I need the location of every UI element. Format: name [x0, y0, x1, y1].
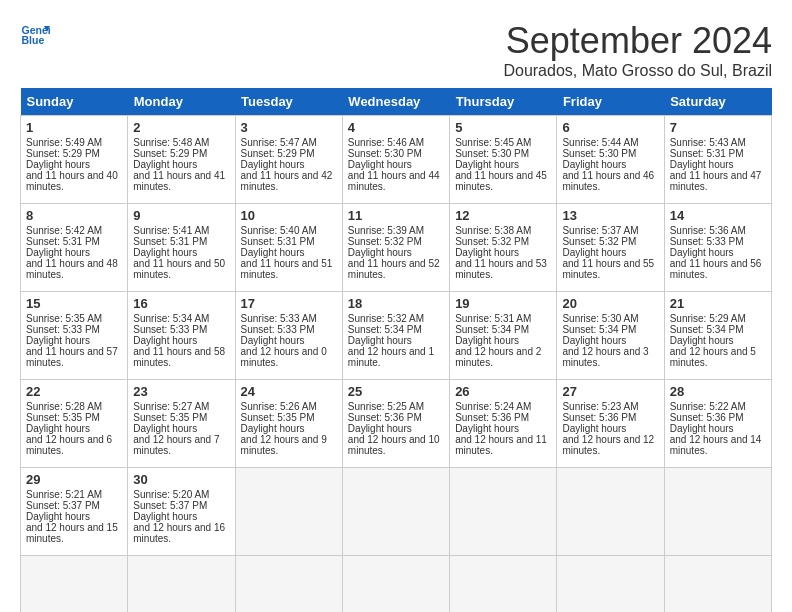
sunset-text: Sunset: 5:32 PM	[348, 236, 422, 247]
daylight-duration: and 11 hours and 55 minutes.	[562, 258, 654, 280]
calendar-cell: 20Sunrise: 5:30 AMSunset: 5:34 PMDayligh…	[557, 292, 664, 380]
day-number: 6	[562, 120, 658, 135]
calendar-week-row: 8Sunrise: 5:42 AMSunset: 5:31 PMDaylight…	[21, 204, 772, 292]
daylight-label: Daylight hours	[26, 335, 90, 346]
calendar-cell: 26Sunrise: 5:24 AMSunset: 5:36 PMDayligh…	[450, 380, 557, 468]
day-number: 11	[348, 208, 444, 223]
sunrise-text: Sunrise: 5:32 AM	[348, 313, 424, 324]
sunrise-text: Sunrise: 5:27 AM	[133, 401, 209, 412]
daylight-label: Daylight hours	[455, 247, 519, 258]
sunset-text: Sunset: 5:37 PM	[26, 500, 100, 511]
calendar-cell	[128, 556, 235, 613]
day-number: 5	[455, 120, 551, 135]
calendar-cell	[235, 468, 342, 556]
header-cell-friday: Friday	[557, 88, 664, 116]
daylight-duration: and 11 hours and 41 minutes.	[133, 170, 225, 192]
sunset-text: Sunset: 5:30 PM	[455, 148, 529, 159]
sunset-text: Sunset: 5:30 PM	[348, 148, 422, 159]
sunset-text: Sunset: 5:33 PM	[26, 324, 100, 335]
calendar-cell: 22Sunrise: 5:28 AMSunset: 5:35 PMDayligh…	[21, 380, 128, 468]
daylight-duration: and 11 hours and 56 minutes.	[670, 258, 762, 280]
daylight-duration: and 12 hours and 1 minute.	[348, 346, 434, 368]
sunset-text: Sunset: 5:31 PM	[670, 148, 744, 159]
sunset-text: Sunset: 5:29 PM	[241, 148, 315, 159]
sunrise-text: Sunrise: 5:42 AM	[26, 225, 102, 236]
daylight-label: Daylight hours	[133, 159, 197, 170]
sunrise-text: Sunrise: 5:25 AM	[348, 401, 424, 412]
calendar-cell	[557, 468, 664, 556]
calendar-cell	[21, 556, 128, 613]
header-cell-monday: Monday	[128, 88, 235, 116]
calendar-cell: 11Sunrise: 5:39 AMSunset: 5:32 PMDayligh…	[342, 204, 449, 292]
sunset-text: Sunset: 5:33 PM	[241, 324, 315, 335]
calendar-cell: 15Sunrise: 5:35 AMSunset: 5:33 PMDayligh…	[21, 292, 128, 380]
daylight-label: Daylight hours	[241, 335, 305, 346]
daylight-duration: and 11 hours and 40 minutes.	[26, 170, 118, 192]
header-cell-sunday: Sunday	[21, 88, 128, 116]
calendar-cell: 4Sunrise: 5:46 AMSunset: 5:30 PMDaylight…	[342, 116, 449, 204]
sunset-text: Sunset: 5:31 PM	[133, 236, 207, 247]
calendar-cell: 2Sunrise: 5:48 AMSunset: 5:29 PMDaylight…	[128, 116, 235, 204]
daylight-duration: and 12 hours and 15 minutes.	[26, 522, 118, 544]
daylight-duration: and 11 hours and 51 minutes.	[241, 258, 333, 280]
daylight-duration: and 12 hours and 11 minutes.	[455, 434, 547, 456]
calendar-cell: 21Sunrise: 5:29 AMSunset: 5:34 PMDayligh…	[664, 292, 771, 380]
daylight-duration: and 12 hours and 9 minutes.	[241, 434, 327, 456]
sunrise-text: Sunrise: 5:39 AM	[348, 225, 424, 236]
sunrise-text: Sunrise: 5:28 AM	[26, 401, 102, 412]
sunset-text: Sunset: 5:29 PM	[26, 148, 100, 159]
day-number: 19	[455, 296, 551, 311]
day-number: 4	[348, 120, 444, 135]
daylight-label: Daylight hours	[133, 511, 197, 522]
sunrise-text: Sunrise: 5:38 AM	[455, 225, 531, 236]
daylight-duration: and 11 hours and 57 minutes.	[26, 346, 118, 368]
sunset-text: Sunset: 5:36 PM	[562, 412, 636, 423]
sunset-text: Sunset: 5:34 PM	[562, 324, 636, 335]
daylight-label: Daylight hours	[455, 159, 519, 170]
calendar-cell	[235, 556, 342, 613]
daylight-label: Daylight hours	[133, 423, 197, 434]
calendar-cell: 18Sunrise: 5:32 AMSunset: 5:34 PMDayligh…	[342, 292, 449, 380]
day-number: 14	[670, 208, 766, 223]
day-number: 18	[348, 296, 444, 311]
sunrise-text: Sunrise: 5:24 AM	[455, 401, 531, 412]
sunset-text: Sunset: 5:29 PM	[133, 148, 207, 159]
day-number: 17	[241, 296, 337, 311]
day-number: 25	[348, 384, 444, 399]
day-number: 22	[26, 384, 122, 399]
daylight-label: Daylight hours	[670, 335, 734, 346]
sunrise-text: Sunrise: 5:41 AM	[133, 225, 209, 236]
daylight-duration: and 12 hours and 7 minutes.	[133, 434, 219, 456]
day-number: 10	[241, 208, 337, 223]
month-title: September 2024	[503, 20, 772, 62]
calendar-cell: 14Sunrise: 5:36 AMSunset: 5:33 PMDayligh…	[664, 204, 771, 292]
sunset-text: Sunset: 5:31 PM	[26, 236, 100, 247]
calendar-cell	[342, 556, 449, 613]
daylight-label: Daylight hours	[562, 247, 626, 258]
sunrise-text: Sunrise: 5:49 AM	[26, 137, 102, 148]
sunrise-text: Sunrise: 5:33 AM	[241, 313, 317, 324]
calendar-cell: 25Sunrise: 5:25 AMSunset: 5:36 PMDayligh…	[342, 380, 449, 468]
daylight-label: Daylight hours	[562, 335, 626, 346]
daylight-label: Daylight hours	[26, 423, 90, 434]
calendar-header-row: SundayMondayTuesdayWednesdayThursdayFrid…	[21, 88, 772, 116]
day-number: 28	[670, 384, 766, 399]
calendar-cell: 7Sunrise: 5:43 AMSunset: 5:31 PMDaylight…	[664, 116, 771, 204]
calendar-cell	[664, 556, 771, 613]
calendar-cell	[450, 468, 557, 556]
calendar-week-row: 15Sunrise: 5:35 AMSunset: 5:33 PMDayligh…	[21, 292, 772, 380]
calendar-cell	[450, 556, 557, 613]
calendar-cell: 19Sunrise: 5:31 AMSunset: 5:34 PMDayligh…	[450, 292, 557, 380]
sunset-text: Sunset: 5:35 PM	[26, 412, 100, 423]
daylight-label: Daylight hours	[348, 423, 412, 434]
sunrise-text: Sunrise: 5:29 AM	[670, 313, 746, 324]
day-number: 30	[133, 472, 229, 487]
sunset-text: Sunset: 5:32 PM	[562, 236, 636, 247]
sunrise-text: Sunrise: 5:22 AM	[670, 401, 746, 412]
daylight-label: Daylight hours	[670, 159, 734, 170]
calendar-cell	[557, 556, 664, 613]
sunrise-text: Sunrise: 5:37 AM	[562, 225, 638, 236]
daylight-label: Daylight hours	[133, 335, 197, 346]
calendar-cell: 24Sunrise: 5:26 AMSunset: 5:35 PMDayligh…	[235, 380, 342, 468]
day-number: 29	[26, 472, 122, 487]
